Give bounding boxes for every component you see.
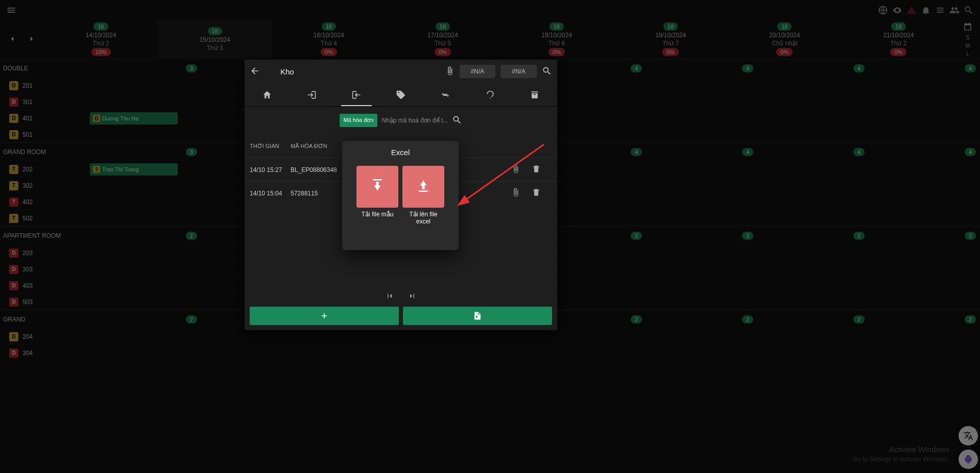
row-time: 14/10 15:27 xyxy=(250,166,291,173)
attach-icon[interactable] xyxy=(511,164,532,175)
delete-icon[interactable] xyxy=(532,188,552,198)
row-code: 57288115 xyxy=(291,190,347,197)
delete-icon[interactable] xyxy=(532,164,552,175)
attach-icon[interactable] xyxy=(445,66,455,77)
col-time: THỜI GIAN xyxy=(250,143,291,150)
na-chip-1[interactable]: #N/A xyxy=(460,65,496,78)
excel-title: Excel xyxy=(349,148,451,157)
tab-tag[interactable] xyxy=(386,90,416,100)
upload-excel-card[interactable]: Tải lên file excel xyxy=(402,166,444,226)
attach-icon[interactable] xyxy=(511,188,532,198)
tab-help[interactable] xyxy=(475,90,506,100)
tab-login[interactable] xyxy=(296,90,327,100)
download-template-card[interactable]: Tải file mẫu xyxy=(356,166,398,226)
invoice-search-icon[interactable] xyxy=(452,115,462,127)
col-code: MÃ HÓA ĐƠN xyxy=(291,143,347,150)
tab-swap[interactable] xyxy=(430,90,461,100)
invoice-search-input[interactable] xyxy=(381,117,448,124)
download-icon xyxy=(370,179,385,194)
page-last-icon[interactable] xyxy=(408,292,416,302)
back-icon[interactable] xyxy=(250,66,260,78)
upload-icon xyxy=(416,179,431,194)
invoice-code-button[interactable]: Mã hóa đơn xyxy=(340,114,378,127)
add-file-button[interactable] xyxy=(403,307,552,325)
panel-search-icon[interactable] xyxy=(542,66,552,78)
page-first-icon[interactable] xyxy=(386,292,394,302)
panel-title: Kho xyxy=(280,67,294,76)
tab-export[interactable] xyxy=(341,90,372,106)
tab-archive[interactable] xyxy=(519,90,550,100)
row-time: 14/10 15:04 xyxy=(250,190,291,197)
tab-home[interactable] xyxy=(252,90,282,100)
na-chip-2[interactable]: #N/A xyxy=(500,65,537,78)
row-code: BL_EP08806348 xyxy=(291,166,347,173)
add-button[interactable] xyxy=(250,307,399,325)
excel-modal: Excel Tải file mẫu Tải lên file excel xyxy=(342,141,459,250)
